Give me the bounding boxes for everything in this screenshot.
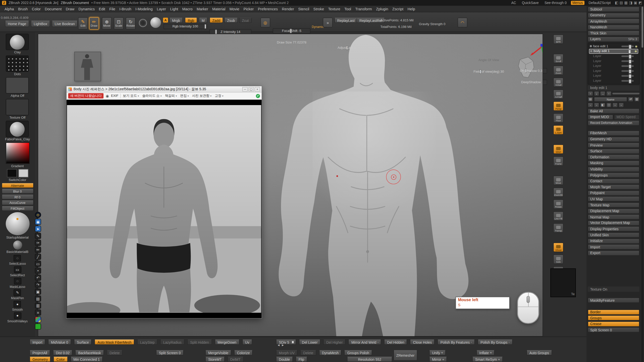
bottom-button[interactable]: Polish By Features◦ xyxy=(437,339,475,345)
layer-record-dot[interactable] xyxy=(590,45,592,47)
shelf-toggle-button[interactable]: Line Fill xyxy=(553,211,564,221)
bottom-button[interactable]: Morph UV xyxy=(276,350,297,355)
tool-section[interactable]: Surface xyxy=(588,149,639,154)
pen-disable-tool[interactable]: ✎ xyxy=(35,233,41,239)
menu-item[interactable]: Draw xyxy=(64,7,76,11)
bottom-button[interactable]: MergeVisible xyxy=(205,350,231,355)
tray-thumbnail[interactable]: Dots xyxy=(6,55,29,76)
layer-intensity-slider[interactable] xyxy=(621,55,634,57)
layer-intensity-slider[interactable] xyxy=(621,65,634,67)
menu-item[interactable]: I-Modeling xyxy=(133,7,155,11)
layer-intensity-slider[interactable] xyxy=(621,70,634,72)
resolution-slider[interactable]: Resolution 552 xyxy=(347,357,392,362)
viewer-title-bar[interactable]: Body 사진 레퍼런스 > 26e1c1eef58ae9ab0122abd39… xyxy=(66,86,262,92)
switch-color-swatches[interactable] xyxy=(7,169,28,177)
a-badge[interactable]: A xyxy=(163,18,168,23)
bottom-button[interactable]: Uv xyxy=(242,339,252,345)
bottom-button[interactable]: Import xyxy=(30,339,45,345)
honeyview-window[interactable]: Body 사진 레퍼런스 > 26e1c1eef58ae9ab0122abd39… xyxy=(66,86,262,319)
menu-item[interactable]: Stroke xyxy=(311,7,326,11)
bottom-button[interactable]: Auto Mask FiberMesh xyxy=(95,339,134,345)
record-deformation-button[interactable]: Record Deformation Animation xyxy=(588,120,639,126)
brush-slot[interactable]: ✎ MaskPen xyxy=(11,289,24,300)
menu-item[interactable]: Alpha xyxy=(3,7,16,11)
bottom-button[interactable]: Split Screen 0 xyxy=(156,350,183,355)
bottom-button[interactable]: Delete xyxy=(300,350,316,355)
layer-row[interactable]: Layer ◉ xyxy=(589,59,638,64)
layer-row[interactable]: body edit 1 ◉ xyxy=(589,49,638,54)
bottom-button[interactable]: Geometry xyxy=(30,357,51,362)
ruler-tool[interactable]: ╱ xyxy=(35,254,41,260)
shelf-toggle-button[interactable]: AAHalf xyxy=(553,89,564,99)
bottom-button[interactable]: LazyRadius xyxy=(160,339,184,345)
bottom-button[interactable]: Double xyxy=(276,357,293,362)
tool-section[interactable]: Export xyxy=(588,250,639,256)
bottom-button[interactable]: Auto Groups xyxy=(527,350,552,355)
layout-icon[interactable]: ▤ xyxy=(620,1,623,5)
bottom-button[interactable]: Split Hidden xyxy=(187,339,212,345)
bottom-button[interactable]: Mirror And Weld▫ xyxy=(348,339,381,345)
shelf-toggle-button[interactable]: Zoom3D xyxy=(553,188,564,197)
viewer-menu-item[interactable]: 슬라이드 쇼▾ xyxy=(142,94,162,98)
gradient-label[interactable]: Gradient xyxy=(11,164,24,168)
home-page-button[interactable]: Home Page xyxy=(5,21,29,27)
bottom-button[interactable]: DynaMesh xyxy=(319,350,341,355)
layer-swap-icon[interactable]: ⇄ xyxy=(628,97,633,102)
tool-section[interactable]: Masking xyxy=(588,160,639,166)
window-control-button[interactable]: ─ xyxy=(242,87,248,92)
tray-button[interactable]: FillObject xyxy=(2,206,33,211)
layer-down-button[interactable]: ↓ xyxy=(594,91,599,96)
layer-grid-icon[interactable]: ▤ xyxy=(588,97,593,102)
tool-section[interactable]: Subtool xyxy=(588,7,639,12)
axis-gizmo[interactable] xyxy=(530,43,543,58)
brush-slot[interactable]: ● Smooth xyxy=(12,301,23,311)
tool-section[interactable]: Visibility xyxy=(588,166,639,172)
bottom-button[interactable]: Groups Polish xyxy=(344,350,372,355)
swatch-tool[interactable]: ■ xyxy=(35,324,41,330)
layer-row[interactable]: face edit 1 ◉ xyxy=(589,44,638,49)
shelf-toggle-button[interactable]: Frame xyxy=(553,156,564,166)
color-picker[interactable] xyxy=(6,143,29,164)
eraser-tool[interactable]: ▭ xyxy=(35,261,41,267)
layer-option-button[interactable]: ▫ xyxy=(588,103,593,108)
menu-item[interactable]: Layer xyxy=(155,7,168,11)
viewer-menu-item[interactable]: 책갈피▾ xyxy=(165,94,177,98)
menu-item[interactable]: Color xyxy=(30,7,43,11)
menu-item[interactable]: Document xyxy=(43,7,64,11)
bottom-button[interactable]: Smart ReSymˣʸ xyxy=(472,357,503,362)
light-tool[interactable]: ⊙ xyxy=(35,212,41,218)
tray-button[interactable]: Blur 0 xyxy=(2,189,33,194)
menu-item[interactable]: Light xyxy=(168,7,180,11)
clear-tool[interactable]: ▣ xyxy=(35,289,41,295)
bottom-button[interactable]: BackfaceMask xyxy=(75,350,104,355)
bottom-button[interactable]: Surface xyxy=(74,339,92,345)
update-notice-button[interactable]: 새 버전이 나왔습니다 xyxy=(68,93,104,99)
tool-section[interactable]: Unified Skin xyxy=(588,232,639,238)
brush-slot[interactable]: ▭ SelectRect xyxy=(10,266,25,277)
menu-item[interactable]: I-Brush xyxy=(117,7,133,11)
tool-section[interactable]: Import xyxy=(588,244,639,250)
tray-thumbnail[interactable]: Alpha Off xyxy=(6,77,29,98)
see-through-slider[interactable]: See-through 0 xyxy=(543,1,568,5)
image-tool[interactable]: ▥ xyxy=(35,302,41,308)
sculpt-model[interactable] xyxy=(263,34,543,337)
tool-section[interactable]: Displacement Map xyxy=(588,208,639,214)
draw-button[interactable]: ✏Draw xyxy=(89,17,99,30)
live-boolean-button[interactable]: Live Boolean xyxy=(52,21,78,27)
layer-row[interactable]: Layer ◉ xyxy=(589,73,638,78)
bottom-button[interactable]: DelMT xyxy=(227,357,244,362)
zcut-button[interactable]: Zcut xyxy=(239,18,252,23)
layer-row[interactable]: Layer ◉ xyxy=(589,78,638,83)
tray-button[interactable]: Rf 0 xyxy=(2,195,33,200)
layer-eye-icon[interactable]: ◉ xyxy=(635,44,637,48)
layer-option-button[interactable]: ▫ xyxy=(612,103,618,108)
layout-icon[interactable]: ▦ xyxy=(624,1,628,5)
shelf-toggle-button[interactable]: Rotate xyxy=(553,199,564,209)
tool-section[interactable]: Texture Map xyxy=(588,202,639,208)
cursor-tool[interactable]: ➤ xyxy=(35,226,41,232)
layers-section-header[interactable]: Layers SPix 3 xyxy=(588,36,639,42)
material-preview-icon[interactable] xyxy=(150,17,161,28)
layer-intensity-slider[interactable] xyxy=(621,75,634,77)
default-zscript-button[interactable]: DefaultZScript xyxy=(587,1,612,5)
bottom-button[interactable]: Delete xyxy=(107,350,123,355)
